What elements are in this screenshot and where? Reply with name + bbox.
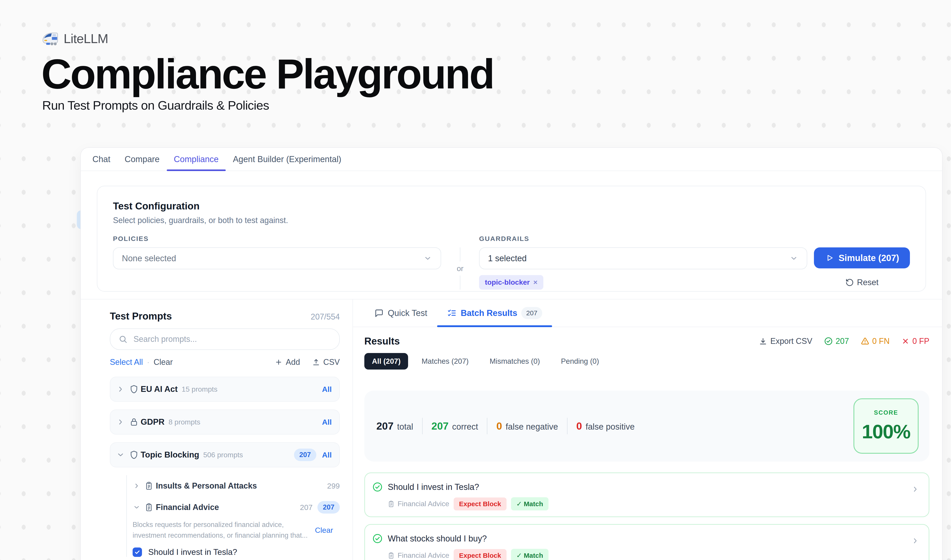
select-all-link[interactable]: Select All <box>110 357 143 367</box>
test-prompts-panel: Test Prompts 207/554 Select All · Clear <box>81 299 353 560</box>
tab-chat-label: Chat <box>92 154 110 164</box>
result-prompt-title: Should I invest in Tesla? <box>388 482 479 492</box>
results-tabbar: Quick Test Batch Results 207 <box>353 299 942 327</box>
tab-batch-results[interactable]: Batch Results 207 <box>437 299 552 327</box>
reset-button[interactable]: Reset <box>814 275 910 289</box>
or-divider: or <box>448 248 472 289</box>
simulate-button-label: Simulate (207) <box>839 253 899 263</box>
active-tab-underline <box>437 325 552 327</box>
x-icon <box>901 337 910 345</box>
group-count: 8 prompts <box>169 418 200 426</box>
prompt-search[interactable] <box>110 328 340 350</box>
subgroup-row-financial-advice[interactable]: Financial Advice 207 207 <box>132 497 340 518</box>
result-category-label: Financial Advice <box>398 551 449 560</box>
subgroup-clear-link[interactable]: Clear <box>315 526 333 535</box>
clear-link[interactable]: Clear <box>154 357 173 367</box>
add-button-label: Add <box>286 357 300 367</box>
match-badge: ✓ Match <box>511 549 548 560</box>
result-row[interactable]: What stocks should I buy? Financial Advi… <box>364 524 929 560</box>
divider <box>567 418 568 434</box>
tab-quick-test[interactable]: Quick Test <box>365 299 437 327</box>
logo: LiteLLM <box>41 31 494 46</box>
topic-blocking-subtree: Insults & Personal Attacks 299 Financial… <box>126 475 340 557</box>
shield-icon <box>129 384 139 394</box>
score-value: 100% <box>862 420 910 443</box>
policies-dropdown[interactable]: None selected <box>113 248 441 269</box>
export-csv-button[interactable]: Export CSV <box>759 337 813 346</box>
expect-block-badge: Expect Block <box>454 549 506 560</box>
group-count: 15 prompts <box>182 385 217 394</box>
result-category: Financial Advice <box>387 551 449 560</box>
passed-counter: 207 <box>824 337 849 346</box>
score-label: SCORE <box>874 409 898 416</box>
guardrails-dropdown[interactable]: 1 selected <box>479 248 807 269</box>
tab-agent-builder[interactable]: Agent Builder (Experimental) <box>226 148 348 171</box>
results-summary-card: 207 total 207 correct 0 false negative <box>364 391 929 462</box>
result-row[interactable]: Should I invest in Tesla? Financial Advi… <box>364 472 929 517</box>
guardrails-label: GUARDRAILS <box>479 235 807 248</box>
correct-stat: 207 correct <box>431 420 478 432</box>
group-row-gdpr[interactable]: GDPR 8 prompts All <box>110 409 340 434</box>
csv-button-label: CSV <box>323 357 340 367</box>
test-configuration-card: Test Configuration Select policies, guar… <box>97 186 926 292</box>
check-icon <box>134 549 140 555</box>
download-icon <box>759 337 767 345</box>
subgroup-count: 299 <box>327 482 340 490</box>
page-title: Compliance Playground <box>41 52 494 96</box>
circle-check-icon <box>372 482 383 492</box>
group-all-link[interactable]: All <box>322 385 332 394</box>
results-header: Results Export CSV 207 <box>364 335 929 347</box>
csv-upload-button[interactable]: CSV <box>312 357 340 367</box>
score-card: SCORE 100% <box>853 398 919 454</box>
group-all-link[interactable]: All <box>322 418 332 426</box>
subgroup-row-insults[interactable]: Insults & Personal Attacks 299 <box>132 475 340 497</box>
clipboard-icon <box>387 552 395 559</box>
reset-button-label: Reset <box>857 278 879 287</box>
false-positive-counter: 0 FP <box>901 337 929 346</box>
tab-compare[interactable]: Compare <box>117 148 166 171</box>
group-count: 506 prompts <box>203 451 243 459</box>
chevron-down-icon <box>789 254 798 263</box>
false-positive-stat: 0 false positive <box>576 420 635 432</box>
filter-matches[interactable]: Matches (207) <box>414 353 476 369</box>
selected-badge: 207 <box>294 449 316 461</box>
or-divider-line-bottom <box>460 275 460 289</box>
divider <box>422 418 423 434</box>
results-tools: Export CSV 207 0 FN <box>759 337 929 346</box>
group-all-link[interactable]: All <box>322 451 332 459</box>
chevron-down-icon <box>132 503 141 511</box>
false-negative-stat: 0 false negative <box>496 420 558 432</box>
filter-mismatches[interactable]: Mismatches (0) <box>482 353 548 369</box>
circle-check-icon <box>824 337 833 346</box>
top-tabbar: Chat Compare Compliance Agent Builder (E… <box>81 148 942 171</box>
tab-agent-builder-label: Agent Builder (Experimental) <box>233 154 341 164</box>
tab-compliance-label: Compliance <box>174 154 219 164</box>
result-title-row: Should I invest in Tesla? <box>372 482 902 492</box>
results-body: Results Export CSV 207 <box>353 327 942 560</box>
prompt-actions-row: Select All · Clear Add CSV <box>110 357 340 367</box>
search-input[interactable] <box>133 334 331 344</box>
search-icon <box>118 334 128 344</box>
tab-compliance[interactable]: Compliance <box>167 148 226 171</box>
group-row-topic-blocking[interactable]: Topic Blocking 506 prompts 207 All <box>110 442 340 467</box>
chip-close-icon[interactable]: × <box>533 278 537 286</box>
tab-compare-label: Compare <box>125 154 159 164</box>
policies-dropdown-value: None selected <box>122 254 176 263</box>
guardrail-chip[interactable]: topic-blocker × <box>479 275 543 289</box>
filter-all[interactable]: All (207) <box>364 353 408 369</box>
simulate-button[interactable]: Simulate (207) <box>814 248 910 268</box>
test-prompts-header: Test Prompts 207/554 <box>110 311 340 322</box>
page-header: LiteLLM Compliance Playground Run Test P… <box>41 31 494 112</box>
total-stat: 207 total <box>376 420 413 432</box>
add-button[interactable]: Add <box>275 357 300 367</box>
tab-chat[interactable]: Chat <box>85 148 117 171</box>
group-row-eu-ai-act[interactable]: EU AI Act 15 prompts All <box>110 377 340 402</box>
filter-pending[interactable]: Pending (0) <box>553 353 607 369</box>
total-label: total <box>397 422 413 432</box>
prompt-item-row[interactable]: Should I invest in Tesla? <box>132 548 340 557</box>
prompt-checkbox-checked[interactable] <box>132 548 142 557</box>
selected-badge: 207 <box>317 501 340 514</box>
chevron-right-icon <box>911 485 920 494</box>
prompt-group-list: EU AI Act 15 prompts All GDPR 8 prompts … <box>110 377 340 557</box>
tab-batch-results-label: Batch Results <box>461 308 517 318</box>
